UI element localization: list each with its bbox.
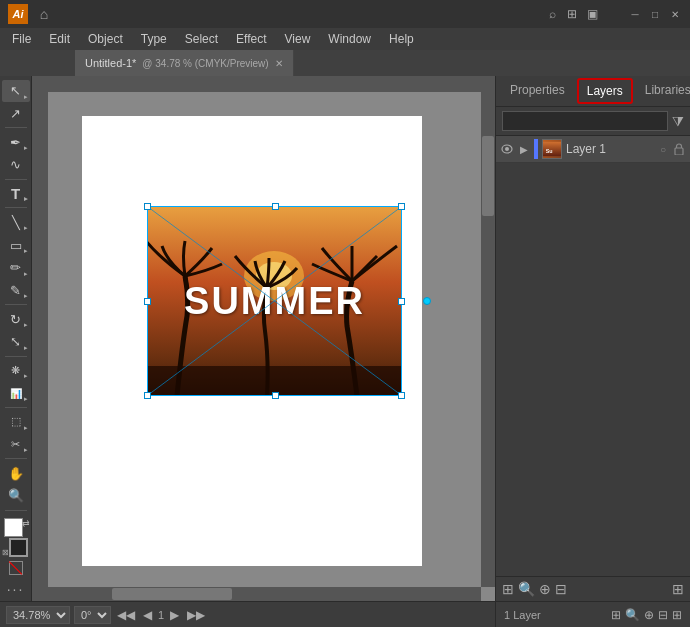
none-icon[interactable] [9, 561, 23, 575]
layer-name: Layer 1 [566, 142, 652, 156]
line-tool[interactable]: ╲▸ [2, 211, 30, 233]
summer-text: SUMMER [184, 280, 365, 323]
menu-effect[interactable]: Effect [228, 30, 274, 48]
slice-tool[interactable]: ✂▸ [2, 434, 30, 456]
next-page-button[interactable]: ▶ [168, 608, 181, 622]
status-bar: 34.78% 50% 100% 0° ◀◀ ◀ 1 ▶ ▶▶ 1 Layer ⊞… [0, 601, 690, 627]
rotate-tool[interactable]: ↻▸ [2, 308, 30, 330]
layer-visibility-icon[interactable] [500, 142, 514, 156]
sep1 [5, 127, 27, 128]
scroll-vertical[interactable] [481, 76, 495, 587]
more-tools-button[interactable]: ··· [7, 581, 25, 597]
svg-text:Su: Su [546, 148, 553, 154]
none-color-box [2, 560, 30, 576]
anchor-dot [423, 297, 431, 305]
svg-rect-10 [675, 148, 683, 155]
toolbars: ↖▸ ↗ ✒▸ ∿ T▸ ╲▸ ▭▸ ✏▸ ✎▸ ↻▸ ⤡▸ ❋▸ 📊▸ ⬚▸ … [0, 76, 32, 601]
make-sublayer-button[interactable]: ⊞ [502, 581, 514, 597]
new-layer-button[interactable]: ⊞ [672, 581, 684, 597]
status-icon-2[interactable]: 🔍 [625, 608, 640, 622]
menu-file[interactable]: File [4, 30, 39, 48]
pen-tool[interactable]: ✒▸ [2, 131, 30, 153]
layers-empty-area [496, 163, 690, 576]
layer-target-icon[interactable]: ○ [656, 142, 670, 156]
scroll-horizontal[interactable] [32, 587, 481, 601]
menu-bar: File Edit Object Type Select Effect View… [0, 28, 690, 50]
menu-help[interactable]: Help [381, 30, 422, 48]
status-right-section: 1 Layer ⊞ 🔍 ⊕ ⊟ ⊞ [495, 602, 690, 627]
graph-tool[interactable]: 📊▸ [2, 382, 30, 404]
layer-row[interactable]: ▶ Su Layer 1 ○ [496, 136, 690, 163]
document-tab[interactable]: Untitled-1* @ 34.78 % (CMYK/Preview) ✕ [75, 50, 294, 76]
curvature-tool[interactable]: ∿ [2, 154, 30, 176]
type-tool[interactable]: T▸ [2, 183, 30, 205]
angle-select[interactable]: 0° [74, 606, 111, 624]
tab-close-button[interactable]: ✕ [275, 58, 283, 69]
sep3 [5, 207, 27, 208]
tab-layers[interactable]: Layers [577, 78, 633, 104]
status-icon-3[interactable]: ⊕ [644, 608, 654, 622]
layers-panel-footer: ⊞ 🔍 ⊕ ⊟ ⊞ [496, 576, 690, 601]
direct-selection-tool[interactable]: ↗ [2, 103, 30, 125]
scale-tool[interactable]: ⤡▸ [2, 331, 30, 353]
sep7 [5, 458, 27, 459]
selection-tool[interactable]: ↖▸ [2, 80, 30, 102]
stroke-color[interactable] [9, 538, 28, 557]
tab-detail: @ 34.78 % (CMYK/Preview) [142, 58, 268, 69]
delete-layer-button[interactable]: ⊟ [555, 581, 567, 597]
minimize-button[interactable]: ─ [628, 7, 642, 21]
svg-rect-3 [147, 366, 402, 396]
default-colors-icon[interactable]: ⊠ [2, 548, 9, 557]
menu-type[interactable]: Type [133, 30, 175, 48]
paintbrush-tool[interactable]: ✏▸ [2, 257, 30, 279]
fill-color[interactable] [4, 518, 23, 537]
app-logo: Ai [8, 4, 28, 24]
menu-object[interactable]: Object [80, 30, 131, 48]
sep2 [5, 179, 27, 180]
zoom-select[interactable]: 34.78% 50% 100% [6, 606, 70, 624]
main-layout: ↖▸ ↗ ✒▸ ∿ T▸ ╲▸ ▭▸ ✏▸ ✎▸ ↻▸ ⤡▸ ❋▸ 📊▸ ⬚▸ … [0, 76, 690, 601]
layer-lock-icon[interactable] [672, 142, 686, 156]
zoom-tool[interactable]: 🔍 [2, 485, 30, 507]
panel-tabs: Properties Layers Libraries ≡ [496, 76, 690, 107]
swap-colors-icon[interactable]: ⇄ [22, 518, 30, 528]
menu-view[interactable]: View [277, 30, 319, 48]
symbol-sprayer-tool[interactable]: ❋▸ [2, 360, 30, 382]
tab-libraries[interactable]: Libraries [635, 77, 690, 105]
canvas-area[interactable]: SUMMER [32, 76, 495, 601]
tab-properties[interactable]: Properties [500, 77, 575, 105]
layers-search-input[interactable] [502, 111, 668, 131]
filter-icon[interactable]: ⧩ [672, 113, 684, 130]
first-page-button[interactable]: ◀◀ [115, 608, 137, 622]
sep4 [5, 304, 27, 305]
title-bar-icons: ⌕ ⊞ ▣ [544, 6, 600, 22]
prev-page-button[interactable]: ◀ [141, 608, 154, 622]
artboard-tool[interactable]: ⬚▸ [2, 411, 30, 433]
svg-point-7 [505, 147, 509, 151]
status-icon-5[interactable]: ⊞ [672, 608, 682, 622]
panel-icon[interactable]: ▣ [584, 6, 600, 22]
status-icon-4[interactable]: ⊟ [658, 608, 668, 622]
search-icon[interactable]: ⌕ [544, 6, 560, 22]
menu-edit[interactable]: Edit [41, 30, 78, 48]
hand-tool[interactable]: ✋ [2, 462, 30, 484]
status-bar-main: 34.78% 50% 100% 0° ◀◀ ◀ 1 ▶ ▶▶ [0, 602, 495, 627]
menu-window[interactable]: Window [320, 30, 379, 48]
home-icon[interactable]: ⌂ [34, 4, 54, 24]
menu-select[interactable]: Select [177, 30, 226, 48]
sep6 [5, 407, 27, 408]
status-icon-1[interactable]: ⊞ [611, 608, 621, 622]
rectangle-tool[interactable]: ▭▸ [2, 234, 30, 256]
pencil-tool[interactable]: ✎▸ [2, 280, 30, 302]
grid-icon[interactable]: ⊞ [564, 6, 580, 22]
sep5 [5, 356, 27, 357]
layers-search-bar: ⧩ [496, 107, 690, 136]
maximize-button[interactable]: □ [648, 7, 662, 21]
last-page-button[interactable]: ▶▶ [185, 608, 207, 622]
close-button[interactable]: ✕ [668, 7, 682, 21]
create-layer-button[interactable]: 🔍 [518, 581, 535, 597]
status-icons: ⊞ 🔍 ⊕ ⊟ ⊞ [611, 608, 682, 622]
layer-expand-icon[interactable]: ▶ [518, 143, 530, 155]
layer-actions: ○ [656, 142, 686, 156]
move-selection-button[interactable]: ⊕ [539, 581, 551, 597]
